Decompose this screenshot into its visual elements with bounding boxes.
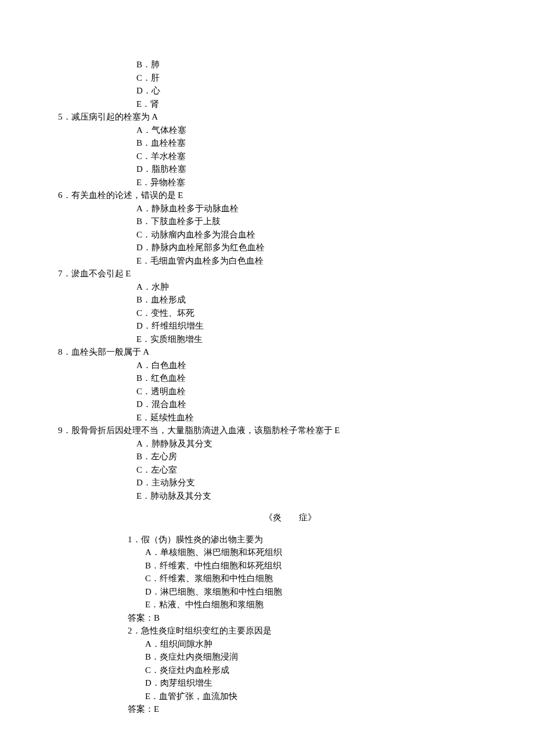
question-8: 8．血栓头部一般属于 A A．白色血栓 B．红色血栓 C．透明血栓 D．混合血栓… [58,345,488,424]
option: D．淋巴细胞、浆细胞和中性白细胞 [128,585,488,599]
section-2-block: 1．假（伪）膜性炎的渗出物主要为 A．单核细胞、淋巴细胞和坏死组织 B．纤维素、… [58,533,488,716]
option: A．白色血栓 [58,359,488,372]
option: C．动脉瘤内血栓多为混合血栓 [58,228,488,242]
answer: 答案：B [128,611,488,625]
option-letter: C [136,73,142,82]
option: C．羊水栓塞 [58,150,488,163]
question-text: 9．股骨骨折后因处理不当，大量脂肪滴进入血液，该脂肪栓子常栓塞于 E [58,424,488,437]
option: D．心 [58,84,488,98]
question-6: 6．有关血栓的论述，错误的是 E A．静脉血栓多于动脉血栓 B．下肢血栓多于上肢… [58,189,488,267]
option: C．炎症灶内血栓形成 [128,664,488,677]
option: B．红色血栓 [58,372,488,385]
question-text: 7．淤血不会引起 E [58,267,488,280]
section2-question-2: 2．急性炎症时组织变红的主要原因是 A．组织间隙水肿 B．炎症灶内炎细胞浸润 C… [128,624,488,716]
option: B．炎症灶内炎细胞浸润 [128,650,488,664]
answer: 答案：E [128,703,488,716]
option: B．纤维素、中性白细胞和坏死组织 [128,559,488,573]
option: C．纤维素、浆细胞和中性白细胞 [128,572,488,585]
option: A．组织间隙水肿 [128,638,488,651]
option: D．主动脉分支 [58,476,488,489]
question-5: 5．减压病引起的栓塞为 A A．气体栓塞 B．血栓栓塞 C．羊水栓塞 D．脂肪栓… [58,110,488,189]
section2-question-1: 1．假（伪）膜性炎的渗出物主要为 A．单核细胞、淋巴细胞和坏死组织 B．纤维素、… [128,533,488,625]
option: E．肺动脉及其分支 [58,489,488,503]
option-letter: B [136,60,142,69]
option: D．脂肪栓塞 [58,163,488,176]
option: A．肺静脉及其分支 [58,437,488,451]
option: D．纤维组织增生 [58,319,488,333]
option: C．左心室 [58,463,488,477]
option: E．肾 [58,98,488,111]
option-text: 肝 [151,73,160,82]
option: E．实质细胞增生 [58,333,488,346]
question-text: 8．血栓头部一般属于 A [58,345,488,359]
option: E．粘液、中性白细胞和浆细胞 [128,598,488,611]
question-text: 5．减压病引起的栓塞为 A [58,110,488,124]
question-text: 1．假（伪）膜性炎的渗出物主要为 [128,533,488,546]
question-7: 7．淤血不会引起 E A．水肿 B．血栓形成 C．变性、坏死 D．纤维组织增生 … [58,267,488,345]
option: D．静脉内血栓尾部多为红色血栓 [58,241,488,254]
question-text: 6．有关血栓的论述，错误的是 E [58,189,488,202]
option: C．透明血栓 [58,385,488,398]
section-title-inflammation: 《炎 症》 [58,511,488,524]
option: D．肉芽组织增生 [128,676,488,690]
option: E．延续性血栓 [58,411,488,424]
option: A．静脉血栓多于动脉血栓 [58,202,488,215]
option: A．气体栓塞 [58,124,488,137]
option: D．混合血栓 [58,398,488,411]
option: B．血栓栓塞 [58,136,488,150]
question-9: 9．股骨骨折后因处理不当，大量脂肪滴进入血液，该脂肪栓子常栓塞于 E A．肺静脉… [58,424,488,502]
option: E．毛细血管内血栓多为白色血栓 [58,254,488,268]
option: C．变性、坏死 [58,307,488,320]
option: B．左心房 [58,450,488,463]
option: A．水肿 [58,280,488,294]
option-letter: D [136,86,143,95]
option-text: 肺 [151,60,160,69]
question-text: 2．急性炎症时组织变红的主要原因是 [128,624,488,638]
option: B．血栓形成 [58,293,488,307]
option: A．单核细胞、淋巴细胞和坏死组织 [128,546,488,559]
option: B．肺 [58,58,488,71]
option: C．肝 [58,71,488,85]
option-text: 肾 [150,99,159,109]
question-4-tail-options: B．肺 C．肝 D．心 E．肾 [58,58,488,110]
option-letter: E [136,99,142,109]
option: E．异物栓塞 [58,176,488,189]
option-text: 心 [151,86,160,95]
option: B．下肢血栓多于上肢 [58,215,488,228]
option: E．血管扩张，血流加快 [128,690,488,703]
